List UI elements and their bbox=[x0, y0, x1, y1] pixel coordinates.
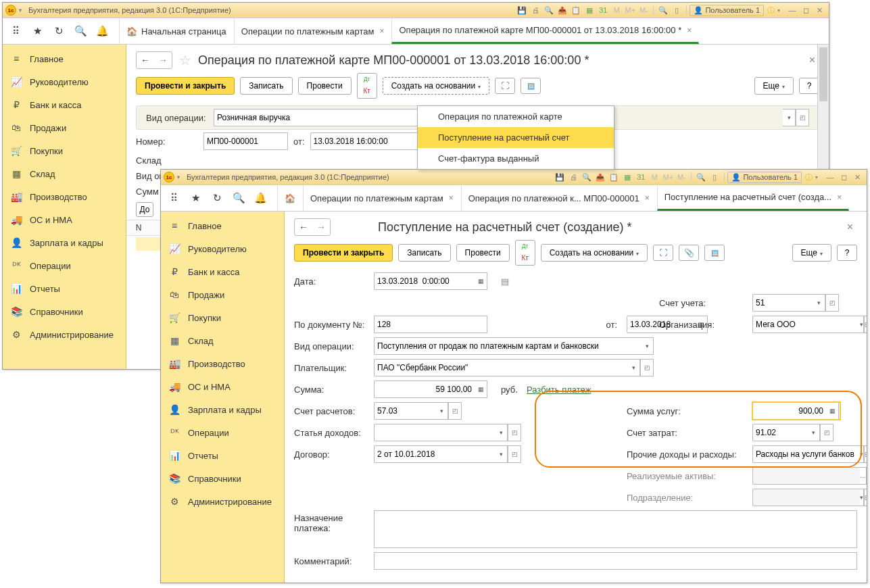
sidebar-item-sales[interactable]: 🛍Продажи bbox=[3, 116, 126, 139]
dropdown-icon[interactable]: ▾ bbox=[435, 402, 448, 420]
minimize-icon[interactable]: — bbox=[825, 172, 836, 182]
tab-bank-receipt[interactable]: Поступление на расчетный счет (созда...× bbox=[657, 185, 849, 211]
dept-input[interactable] bbox=[752, 489, 860, 506]
tab-home2[interactable]: 🏠 bbox=[277, 185, 303, 211]
save-icon[interactable]: 💾 bbox=[516, 5, 527, 16]
sidebar-item-bank[interactable]: ₽Банк и касса bbox=[161, 260, 284, 283]
sidebar-item-directories[interactable]: 📚Справочники bbox=[161, 467, 284, 490]
write-button[interactable]: Записать bbox=[398, 244, 450, 262]
tab-card-op-doc2[interactable]: Операция по платежной к... МП00-000001× bbox=[461, 185, 657, 211]
split-payment-link[interactable]: Разбить платеж bbox=[527, 385, 654, 395]
mplus-icon[interactable]: M+ bbox=[662, 172, 673, 182]
dtkt-button[interactable]: ДтКт bbox=[357, 73, 377, 99]
sidebar-item-admin[interactable]: ⚙Администрирование bbox=[161, 490, 284, 513]
sidebar-item-manager[interactable]: 📈Руководителю bbox=[3, 70, 126, 93]
info-icon[interactable]: ⓘ bbox=[803, 172, 814, 182]
close-icon[interactable]: ✕ bbox=[852, 172, 863, 182]
help-button[interactable]: ? bbox=[837, 245, 857, 261]
post-close-button[interactable]: Провести и закрыть bbox=[294, 244, 393, 262]
dropdown-icon[interactable]: ▾ bbox=[641, 337, 654, 355]
sidebar-item-assets[interactable]: 🚚ОС и НМА bbox=[161, 375, 284, 398]
write-button[interactable]: Записать bbox=[240, 77, 292, 95]
tab-close-icon[interactable]: × bbox=[449, 193, 454, 203]
attach-button[interactable]: 📎 bbox=[679, 245, 699, 261]
export-icon[interactable]: 📤 bbox=[595, 172, 606, 182]
open-icon[interactable]: ◰ bbox=[825, 294, 839, 312]
info-caret-icon[interactable]: ▾ bbox=[777, 7, 780, 14]
print-icon[interactable]: 🖨 bbox=[530, 5, 541, 16]
user-box[interactable]: 👤 Пользователь 1 bbox=[690, 5, 764, 16]
zoom-icon[interactable]: 🔍 bbox=[696, 172, 706, 182]
caret-down-icon[interactable]: ▼ bbox=[176, 174, 181, 180]
post-close-button[interactable]: Провести и закрыть bbox=[136, 77, 235, 95]
mminus-icon[interactable]: M- bbox=[638, 5, 649, 16]
tab-card-ops2[interactable]: Операции по платежным картам× bbox=[303, 185, 461, 211]
document-list-button[interactable]: ▤ bbox=[704, 245, 725, 261]
sidebar-item-admin[interactable]: ⚙Администрирование bbox=[3, 323, 126, 346]
star-outline-icon[interactable]: ☆ bbox=[179, 52, 191, 68]
sidebar-item-directories[interactable]: 📚Справочники bbox=[3, 300, 126, 323]
tab-card-ops[interactable]: Операции по платежным картам× bbox=[234, 18, 392, 44]
open-icon[interactable]: ◰ bbox=[796, 109, 809, 126]
dropdown-icon[interactable]: ▾ bbox=[813, 294, 825, 312]
history-icon[interactable]: ↻ bbox=[208, 189, 226, 207]
contract-input[interactable] bbox=[374, 445, 495, 463]
dtkt-button[interactable]: ДтКт bbox=[515, 240, 535, 266]
open-icon[interactable]: ◰ bbox=[864, 489, 867, 506]
open-icon[interactable]: ◰ bbox=[508, 445, 521, 463]
sum-input[interactable] bbox=[374, 381, 475, 398]
user-box[interactable]: 👤 Пользователь 1 bbox=[727, 172, 802, 183]
ledger-icon[interactable]: ▤ bbox=[501, 276, 521, 287]
sidebar-item-warehouse[interactable]: ▦Склад bbox=[3, 162, 126, 185]
comment-input[interactable] bbox=[374, 552, 857, 570]
sidebar-item-warehouse[interactable]: ▦Склад bbox=[161, 329, 284, 352]
dropdown-icon[interactable]: ▾ bbox=[495, 424, 508, 441]
optype-input[interactable] bbox=[374, 337, 641, 355]
favorite-icon[interactable]: ★ bbox=[187, 189, 204, 207]
dropdown-icon[interactable]: ▾ bbox=[807, 424, 820, 441]
sidebar-item-production[interactable]: 🏭Производство bbox=[3, 185, 126, 208]
tab-close-icon[interactable]: × bbox=[837, 193, 842, 202]
sidebar-item-production[interactable]: 🏭Производство bbox=[161, 352, 284, 375]
open-icon[interactable]: ◰ bbox=[864, 445, 867, 463]
tab-close-icon[interactable]: × bbox=[645, 193, 650, 203]
sidebar-item-salary[interactable]: 👤Зарплата и кадры bbox=[161, 398, 284, 421]
purpose-input[interactable] bbox=[374, 510, 857, 548]
layout-icon[interactable]: ▯ bbox=[671, 5, 682, 16]
account-input[interactable] bbox=[752, 294, 813, 312]
dropdown-icon[interactable]: ▾ bbox=[627, 359, 640, 376]
income-item-input[interactable] bbox=[374, 424, 495, 441]
sidebar-item-operations[interactable]: ᴰᴷОперации bbox=[3, 254, 126, 277]
calendar31-icon[interactable]: 31 bbox=[598, 5, 608, 16]
zoom-icon[interactable]: 🔍 bbox=[658, 5, 669, 16]
nav-arrows[interactable]: ←→ bbox=[136, 51, 172, 69]
copy-icon[interactable]: 📋 bbox=[608, 172, 619, 182]
sidebar-item-sales[interactable]: 🛍Продажи bbox=[161, 283, 284, 306]
sidebar-item-operations[interactable]: ᴰᴷОперации bbox=[161, 421, 284, 444]
form-close-icon[interactable]: × bbox=[847, 221, 857, 233]
close-icon[interactable]: ✕ bbox=[814, 5, 825, 16]
structure-button[interactable]: ⛶ bbox=[495, 78, 515, 94]
help-button[interactable]: ? bbox=[799, 78, 819, 94]
copy-icon[interactable]: 📋 bbox=[571, 5, 581, 16]
dropdown-item-bank-receipt[interactable]: Поступление на расчетный счет bbox=[418, 127, 614, 148]
structure-button[interactable]: ⛶ bbox=[653, 245, 673, 261]
tab-card-op-doc[interactable]: Операция по платежной карте МП00-000001 … bbox=[391, 18, 699, 44]
sidebar-item-purchases[interactable]: 🛒Покупки bbox=[161, 306, 284, 329]
more-button[interactable]: Еще▾ bbox=[792, 244, 831, 262]
m-icon[interactable]: M bbox=[611, 5, 622, 16]
layout-icon[interactable]: ▯ bbox=[709, 172, 720, 182]
info-caret-icon[interactable]: ▾ bbox=[815, 174, 818, 180]
open-icon[interactable]: ◰ bbox=[448, 402, 462, 420]
dropdown-icon[interactable]: ▾ bbox=[783, 109, 796, 126]
calendar-picker-icon[interactable]: ▦ bbox=[475, 272, 487, 290]
dropdown-item-card-op[interactable]: Операция по платежной карте bbox=[418, 106, 614, 127]
mminus-icon[interactable]: M- bbox=[676, 172, 687, 182]
sidebar-item-main[interactable]: ≡Главное bbox=[3, 47, 126, 70]
info-icon[interactable]: ⓘ bbox=[765, 5, 776, 16]
mplus-icon[interactable]: M+ bbox=[625, 5, 635, 16]
print-icon[interactable]: 🖨 bbox=[568, 172, 579, 182]
docnum-input[interactable] bbox=[374, 316, 487, 333]
date-input[interactable] bbox=[374, 272, 475, 290]
compare-icon[interactable]: 🔍 bbox=[543, 5, 554, 16]
